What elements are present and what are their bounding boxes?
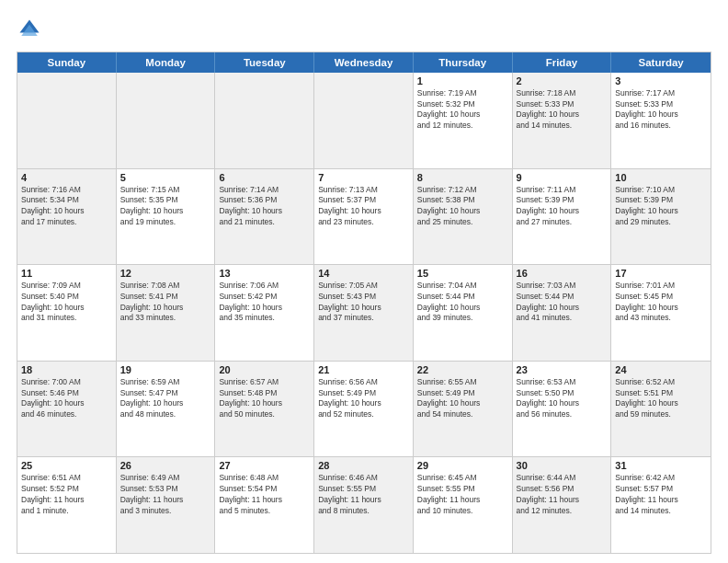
day-17: 17Sunrise: 7:01 AM Sunset: 5:45 PM Dayli… <box>611 265 711 361</box>
day-info: Sunrise: 7:12 AM Sunset: 5:38 PM Dayligh… <box>417 185 508 228</box>
header-day-saturday: Saturday <box>611 52 711 73</box>
day-info: Sunrise: 7:18 AM Sunset: 5:33 PM Dayligh… <box>517 88 608 132</box>
day-info: Sunrise: 7:14 AM Sunset: 5:36 PM Dayligh… <box>219 185 310 228</box>
day-number: 16 <box>517 268 608 279</box>
day-number: 21 <box>318 364 409 375</box>
day-info: Sunrise: 6:48 AM Sunset: 5:54 PM Dayligh… <box>219 473 310 516</box>
day-number: 18 <box>21 364 112 375</box>
day-25: 25Sunrise: 6:51 AM Sunset: 5:52 PM Dayli… <box>17 457 117 553</box>
day-number: 29 <box>417 460 508 471</box>
header-day-friday: Friday <box>513 52 612 73</box>
day-12: 12Sunrise: 7:08 AM Sunset: 5:41 PM Dayli… <box>117 265 216 361</box>
header-day-tuesday: Tuesday <box>215 52 314 73</box>
day-number: 8 <box>417 172 508 183</box>
day-4: 4Sunrise: 7:16 AM Sunset: 5:34 PM Daylig… <box>17 169 117 265</box>
day-13: 13Sunrise: 7:06 AM Sunset: 5:42 PM Dayli… <box>215 265 314 361</box>
empty-cell <box>215 73 314 168</box>
day-info: Sunrise: 7:11 AM Sunset: 5:39 PM Dayligh… <box>517 185 608 228</box>
day-number: 27 <box>219 460 310 471</box>
header-day-wednesday: Wednesday <box>314 52 414 73</box>
page: SundayMondayTuesdayWednesdayThursdayFrid… <box>0 0 728 563</box>
day-28: 28Sunrise: 6:46 AM Sunset: 5:55 PM Dayli… <box>314 457 414 553</box>
day-number: 20 <box>219 364 310 375</box>
day-number: 2 <box>517 75 608 86</box>
header-day-monday: Monday <box>117 52 216 73</box>
day-10: 10Sunrise: 7:10 AM Sunset: 5:39 PM Dayli… <box>611 169 711 265</box>
day-number: 28 <box>318 460 409 471</box>
day-number: 19 <box>120 364 211 375</box>
calendar-body: 1Sunrise: 7:19 AM Sunset: 5:32 PM Daylig… <box>17 73 711 553</box>
day-info: Sunrise: 7:08 AM Sunset: 5:41 PM Dayligh… <box>120 281 211 324</box>
day-number: 4 <box>21 172 112 183</box>
day-number: 25 <box>21 460 112 471</box>
day-number: 9 <box>517 172 608 183</box>
day-1: 1Sunrise: 7:19 AM Sunset: 5:32 PM Daylig… <box>414 73 513 168</box>
day-info: Sunrise: 7:17 AM Sunset: 5:33 PM Dayligh… <box>615 88 707 132</box>
day-20: 20Sunrise: 6:57 AM Sunset: 5:48 PM Dayli… <box>215 362 314 457</box>
day-number: 30 <box>517 460 608 471</box>
day-info: Sunrise: 6:59 AM Sunset: 5:47 PM Dayligh… <box>120 377 211 420</box>
day-16: 16Sunrise: 7:03 AM Sunset: 5:44 PM Dayli… <box>513 265 612 361</box>
logo-icon <box>17 17 42 42</box>
day-info: Sunrise: 6:52 AM Sunset: 5:51 PM Dayligh… <box>615 377 707 420</box>
header-day-sunday: Sunday <box>17 52 117 73</box>
day-number: 12 <box>120 268 211 279</box>
day-number: 23 <box>517 364 608 375</box>
day-info: Sunrise: 7:19 AM Sunset: 5:32 PM Dayligh… <box>417 88 508 132</box>
day-15: 15Sunrise: 7:04 AM Sunset: 5:44 PM Dayli… <box>414 265 513 361</box>
day-number: 7 <box>318 172 409 183</box>
day-info: Sunrise: 7:10 AM Sunset: 5:39 PM Dayligh… <box>615 185 707 228</box>
day-info: Sunrise: 7:04 AM Sunset: 5:44 PM Dayligh… <box>417 281 508 324</box>
day-info: Sunrise: 7:15 AM Sunset: 5:35 PM Dayligh… <box>120 185 211 228</box>
day-info: Sunrise: 6:57 AM Sunset: 5:48 PM Dayligh… <box>219 377 310 420</box>
day-number: 10 <box>615 172 707 183</box>
day-info: Sunrise: 6:51 AM Sunset: 5:52 PM Dayligh… <box>21 473 112 516</box>
day-info: Sunrise: 7:13 AM Sunset: 5:37 PM Dayligh… <box>318 185 409 228</box>
day-31: 31Sunrise: 6:42 AM Sunset: 5:57 PM Dayli… <box>611 457 711 553</box>
day-number: 26 <box>120 460 211 471</box>
header-day-thursday: Thursday <box>414 52 513 73</box>
day-info: Sunrise: 6:42 AM Sunset: 5:57 PM Dayligh… <box>615 473 707 516</box>
day-info: Sunrise: 6:45 AM Sunset: 5:55 PM Dayligh… <box>417 473 508 516</box>
day-30: 30Sunrise: 6:44 AM Sunset: 5:56 PM Dayli… <box>513 457 612 553</box>
calendar-header: SundayMondayTuesdayWednesdayThursdayFrid… <box>17 52 711 73</box>
day-6: 6Sunrise: 7:14 AM Sunset: 5:36 PM Daylig… <box>215 169 314 265</box>
day-number: 14 <box>318 268 409 279</box>
day-26: 26Sunrise: 6:49 AM Sunset: 5:53 PM Dayli… <box>117 457 216 553</box>
day-info: Sunrise: 7:00 AM Sunset: 5:46 PM Dayligh… <box>21 377 112 420</box>
day-number: 13 <box>219 268 310 279</box>
day-info: Sunrise: 6:55 AM Sunset: 5:49 PM Dayligh… <box>417 377 508 420</box>
day-number: 17 <box>615 268 707 279</box>
day-2: 2Sunrise: 7:18 AM Sunset: 5:33 PM Daylig… <box>513 73 612 168</box>
day-11: 11Sunrise: 7:09 AM Sunset: 5:40 PM Dayli… <box>17 265 117 361</box>
header <box>17 17 711 42</box>
day-number: 15 <box>417 268 508 279</box>
week-2: 4Sunrise: 7:16 AM Sunset: 5:34 PM Daylig… <box>17 169 711 266</box>
day-22: 22Sunrise: 6:55 AM Sunset: 5:49 PM Dayli… <box>414 362 513 457</box>
day-info: Sunrise: 7:09 AM Sunset: 5:40 PM Dayligh… <box>21 281 112 324</box>
day-info: Sunrise: 7:16 AM Sunset: 5:34 PM Dayligh… <box>21 185 112 228</box>
day-info: Sunrise: 7:05 AM Sunset: 5:43 PM Dayligh… <box>318 281 409 324</box>
day-info: Sunrise: 6:44 AM Sunset: 5:56 PM Dayligh… <box>517 473 608 516</box>
empty-cell <box>17 73 117 168</box>
day-5: 5Sunrise: 7:15 AM Sunset: 5:35 PM Daylig… <box>117 169 216 265</box>
day-18: 18Sunrise: 7:00 AM Sunset: 5:46 PM Dayli… <box>17 362 117 457</box>
day-info: Sunrise: 6:53 AM Sunset: 5:50 PM Dayligh… <box>517 377 608 420</box>
day-23: 23Sunrise: 6:53 AM Sunset: 5:50 PM Dayli… <box>513 362 612 457</box>
calendar: SundayMondayTuesdayWednesdayThursdayFrid… <box>17 52 711 554</box>
day-21: 21Sunrise: 6:56 AM Sunset: 5:49 PM Dayli… <box>314 362 414 457</box>
day-number: 24 <box>615 364 707 375</box>
day-number: 6 <box>219 172 310 183</box>
day-info: Sunrise: 6:46 AM Sunset: 5:55 PM Dayligh… <box>318 473 409 516</box>
day-info: Sunrise: 7:03 AM Sunset: 5:44 PM Dayligh… <box>517 281 608 324</box>
day-number: 31 <box>615 460 707 471</box>
day-8: 8Sunrise: 7:12 AM Sunset: 5:38 PM Daylig… <box>414 169 513 265</box>
week-1: 1Sunrise: 7:19 AM Sunset: 5:32 PM Daylig… <box>17 73 711 169</box>
logo <box>17 17 46 42</box>
day-number: 3 <box>615 75 707 86</box>
day-29: 29Sunrise: 6:45 AM Sunset: 5:55 PM Dayli… <box>414 457 513 553</box>
day-info: Sunrise: 7:06 AM Sunset: 5:42 PM Dayligh… <box>219 281 310 324</box>
day-24: 24Sunrise: 6:52 AM Sunset: 5:51 PM Dayli… <box>611 362 711 457</box>
day-number: 1 <box>417 75 508 86</box>
day-number: 22 <box>417 364 508 375</box>
